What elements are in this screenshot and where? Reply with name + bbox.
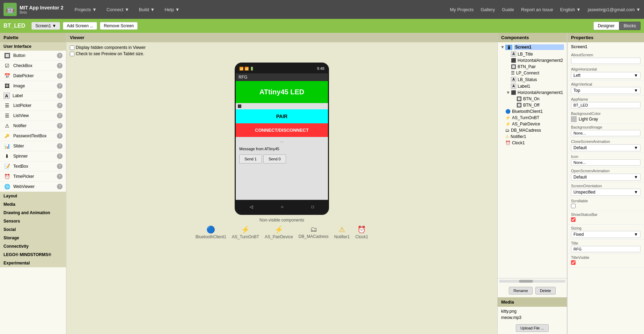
listpicker-info[interactable]: ? <box>57 103 63 108</box>
notifier1-tree-icon: ⚠ <box>505 134 509 139</box>
spinner-info[interactable]: ? <box>57 153 63 159</box>
passwordtextbox-info[interactable]: ? <box>57 133 63 139</box>
screen-selector[interactable]: Screen1 ▼ <box>31 22 60 30</box>
palette-section-lego[interactable]: LEGO® MINDSTORMS® <box>0 250 66 259</box>
rename-button[interactable]: Rename <box>509 287 533 295</box>
palette-section-layout[interactable]: Layout <box>0 192 66 200</box>
palette-section-storage[interactable]: Storage <box>0 234 66 242</box>
prop-openscreen-dropdown[interactable]: Default ▼ <box>571 174 641 181</box>
palette-section-experimental[interactable]: Experimental <box>0 259 66 267</box>
prop-alignvertical-dropdown[interactable]: Top ▼ <box>571 87 641 94</box>
scroll-thumb[interactable] <box>519 280 533 283</box>
nav-help[interactable]: Help ▼ <box>162 6 182 14</box>
checkbox-info[interactable]: ? <box>57 63 63 68</box>
listview-info[interactable]: ? <box>57 113 63 118</box>
pair-button[interactable]: PAIR <box>236 109 328 123</box>
prop-alignhorizontal-dropdown[interactable]: Left ▼ <box>571 72 641 79</box>
blocks-button[interactable]: Blocks <box>619 22 641 30</box>
palette-item-webviewer[interactable]: 🌐 WebViewer ? <box>0 182 66 192</box>
palette-item-textbox[interactable]: 📝 TextBox ? <box>0 161 66 172</box>
nav-connect[interactable]: Connect ▼ <box>104 6 131 14</box>
tree-notifier1[interactable]: ⚠ Notifier1 <box>499 133 565 140</box>
tablet-preview-checkbox-label[interactable]: Check to see Preview on Tablet size. <box>70 51 494 56</box>
button-info[interactable]: ? <box>57 53 63 58</box>
tree-lb-status[interactable]: A LB_Status <box>505 76 565 83</box>
palette-item-image[interactable]: 🖼 Image ? <box>0 81 66 91</box>
image-info[interactable]: ? <box>57 83 63 89</box>
phone-back-icon: ◁ <box>250 204 253 209</box>
palette-item-spinner[interactable]: ⬇ Spinner ? <box>0 151 66 161</box>
tree-lp-connect[interactable]: ☰ LP_Connect <box>505 70 565 76</box>
palette-item-checkbox[interactable]: ☑ CheckBox ? <box>0 61 66 71</box>
tree-as-turnonbt[interactable]: ⚡ AS_TurnOnBT <box>499 115 565 121</box>
nav-user[interactable]: jaseelmjp1@gmail.com ▼ <box>588 7 641 12</box>
nav-projects[interactable]: Projects ▼ <box>72 6 98 14</box>
tree-db-macadress[interactable]: 🗂 DB_MACadress <box>499 127 565 133</box>
palette-item-listview[interactable]: ☰ ListView ? <box>0 111 66 121</box>
datepicker-info[interactable]: ? <box>57 73 63 79</box>
tablet-preview-checkbox[interactable] <box>70 52 74 56</box>
prop-screenorientation-dropdown[interactable]: Unspecified ▼ <box>571 189 641 196</box>
tree-h-arrangement2[interactable]: ⬛ HorizontalArrangement2 <box>505 57 565 64</box>
tree-btn-pair[interactable]: 🔲 BTN_Pair <box>505 64 565 70</box>
phone-network: 📶 📶 🔋 <box>239 67 254 71</box>
nav-build[interactable]: Build ▼ <box>137 6 157 14</box>
prop-title-input[interactable] <box>571 246 641 252</box>
tree-label1[interactable]: A Label1 <box>505 83 565 89</box>
nav-guide[interactable]: Guide <box>502 7 514 12</box>
prop-scrollable-checkbox[interactable] <box>571 204 576 208</box>
nav-gallery[interactable]: Gallery <box>481 7 495 12</box>
designer-button[interactable]: Designer <box>593 22 619 30</box>
palette-section-media[interactable]: Media <box>0 200 66 209</box>
label-info[interactable]: ? <box>57 93 63 99</box>
nv-bluetoothclient1: 🔵 BluetoothClient1 <box>196 225 226 239</box>
prop-sizing-dropdown[interactable]: Fixed ▼ <box>571 231 641 238</box>
palette-section-ui[interactable]: User Interface <box>0 42 66 51</box>
prop-icon-input[interactable] <box>571 159 641 166</box>
add-screen-button[interactable]: Add Screen ... <box>63 22 97 30</box>
slider-info[interactable]: ? <box>57 143 63 149</box>
nav-my-projects[interactable]: My Projects <box>450 7 474 12</box>
nav-language[interactable]: English ▼ <box>560 7 581 12</box>
palette-section-connectivity[interactable]: Connectivity <box>0 242 66 250</box>
nav-report[interactable]: Report an Issue <box>521 7 553 12</box>
hidden-components-checkbox-label[interactable]: Display hidden components in Viewer <box>70 45 494 50</box>
send1-button[interactable]: Send 1 <box>239 154 262 164</box>
prop-bgcolor-swatch[interactable]: Light Gray <box>571 116 641 122</box>
hidden-components-checkbox[interactable] <box>70 45 74 50</box>
tree-btn-on[interactable]: 🔲 BTN_On <box>510 96 565 102</box>
remove-screen-button[interactable]: Remove Screen <box>100 22 138 30</box>
connect-button[interactable]: CONNECT/DISCONNECT <box>236 123 328 137</box>
palette-item-datepicker[interactable]: 📅 DatePicker ? <box>0 71 66 81</box>
palette-section-drawing[interactable]: Drawing and Animation <box>0 209 66 217</box>
prop-aboutscreen-input[interactable] <box>571 58 641 64</box>
palette-item-slider[interactable]: 📊 Slider ? <box>0 141 66 151</box>
timepicker-info[interactable]: ? <box>57 174 63 179</box>
upload-file-button[interactable]: Upload File ... <box>516 324 549 332</box>
prop-bgimage-input[interactable] <box>571 130 641 136</box>
notifier-info[interactable]: ? <box>57 123 63 129</box>
tree-lb-title[interactable]: A LB_Title <box>505 51 565 57</box>
palette-item-button[interactable]: 🔲 Button ? <box>0 51 66 61</box>
palette-item-listpicker[interactable]: ☰ ListPicker ? <box>0 101 66 111</box>
prop-closescreen-dropdown[interactable]: Default ▼ <box>571 144 641 151</box>
palette-item-label[interactable]: A Label ? <box>0 91 66 101</box>
delete-button[interactable]: Delete <box>535 287 556 295</box>
textbox-info[interactable]: ? <box>57 164 63 169</box>
tree-as-pairdevice[interactable]: ⚡ AS_PairDevice <box>499 121 565 127</box>
tree-screen1[interactable]: ▼ 📱 Screen1 <box>499 44 565 51</box>
tree-h-arrangement1[interactable]: ▼ ⬛ HorizontalArrangement1 <box>505 89 565 96</box>
send0-button[interactable]: Send 0 <box>263 154 286 164</box>
palette-item-passwordtextbox[interactable]: 🔑 PasswordTextBox ? <box>0 131 66 141</box>
webviewer-info[interactable]: ? <box>57 184 63 189</box>
palette-section-sensors[interactable]: Sensors <box>0 217 66 225</box>
prop-appname-input[interactable] <box>571 102 641 108</box>
palette-item-timepicker[interactable]: ⏰ TimePicker ? <box>0 172 66 182</box>
tree-bt-client[interactable]: 🔵 BluetoothClient1 <box>499 108 565 115</box>
tree-btn-off[interactable]: 🔲 BTN_Off <box>510 102 565 108</box>
tree-clock1[interactable]: ⏰ Clock1 <box>499 140 565 146</box>
prop-showstatusbar-checkbox[interactable] <box>571 217 576 222</box>
prop-titlevisible-checkbox[interactable] <box>571 260 576 265</box>
palette-item-notifier[interactable]: ⚠ Notifier ? <box>0 121 66 131</box>
palette-section-social[interactable]: Social <box>0 225 66 234</box>
